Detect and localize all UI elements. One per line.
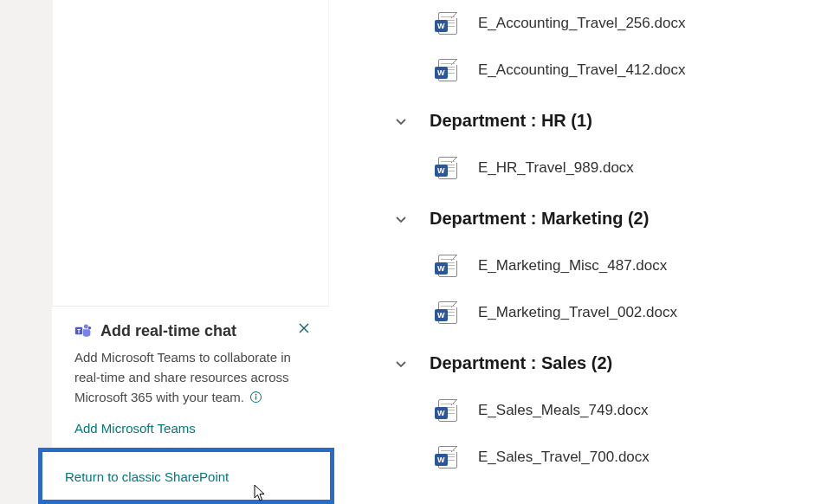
- classic-sharepoint-highlight: Return to classic SharePoint: [38, 448, 334, 504]
- file-name: E_Sales_Meals_749.docx: [478, 402, 649, 419]
- word-doc-icon: W: [438, 59, 457, 81]
- sidebar-blank-area: [52, 0, 329, 306]
- group-header[interactable]: Department : Marketing (2): [390, 191, 821, 242]
- word-doc-icon: W: [438, 301, 457, 324]
- word-doc-icon: W: [438, 255, 457, 277]
- file-row[interactable]: W E_Accounting_Travel_256.docx: [390, 0, 821, 47]
- chevron-down-icon[interactable]: [393, 356, 409, 372]
- promo-title: Add real-time chat: [100, 322, 236, 340]
- info-icon[interactable]: [249, 389, 262, 409]
- svg-rect-6: [255, 396, 256, 399]
- file-name: E_Marketing_Travel_002.docx: [478, 304, 677, 321]
- file-row[interactable]: W E_Sales_Meals_749.docx: [390, 387, 821, 434]
- file-name: E_Sales_Travel_700.docx: [478, 449, 650, 466]
- file-row[interactable]: W E_HR_Travel_989.docx: [390, 145, 821, 191]
- cursor-icon: [252, 484, 266, 503]
- add-teams-link[interactable]: Add Microsoft Teams: [74, 421, 196, 436]
- file-name: E_Accounting_Travel_412.docx: [478, 61, 685, 79]
- file-row[interactable]: W E_Sales_Travel_700.docx: [390, 434, 821, 481]
- file-row[interactable]: W E_Accounting_Travel_412.docx: [390, 47, 821, 94]
- teams-promo-card: T Add real-time chat Add Microsoft Teams…: [52, 306, 329, 448]
- file-name: E_Marketing_Misc_487.docx: [478, 257, 667, 275]
- teams-icon: T: [74, 322, 92, 339]
- group-title: Department : Sales (2): [430, 353, 612, 373]
- word-doc-icon: W: [438, 399, 457, 422]
- group-title: Department : Marketing (2): [430, 209, 649, 229]
- group-header[interactable]: Department : Sales (2): [390, 336, 821, 387]
- promo-body-text: Add Microsoft Teams to collaborate in re…: [74, 347, 310, 409]
- svg-point-5: [255, 394, 257, 396]
- return-classic-link[interactable]: Return to classic SharePoint: [65, 469, 229, 484]
- group-title: Department : HR (1): [430, 111, 592, 131]
- word-doc-icon: W: [438, 12, 457, 35]
- file-name: E_HR_Travel_989.docx: [478, 159, 634, 177]
- file-row[interactable]: W E_Marketing_Misc_487.docx: [390, 242, 821, 289]
- file-name: E_Accounting_Travel_256.docx: [478, 15, 685, 32]
- chevron-down-icon[interactable]: [393, 211, 409, 227]
- svg-text:T: T: [77, 328, 81, 334]
- document-list: W E_Accounting_Travel_256.docx W E_Accou…: [329, 0, 821, 504]
- close-icon[interactable]: [294, 319, 314, 338]
- word-doc-icon: W: [438, 157, 457, 179]
- group-header[interactable]: Department : HR (1): [390, 94, 821, 145]
- left-panel: T Add real-time chat Add Microsoft Teams…: [0, 0, 329, 504]
- svg-point-3: [88, 326, 91, 329]
- word-doc-icon: W: [438, 446, 457, 468]
- file-row[interactable]: W E_Marketing_Travel_002.docx: [390, 289, 821, 336]
- svg-point-2: [84, 325, 88, 329]
- chevron-down-icon[interactable]: [393, 113, 409, 129]
